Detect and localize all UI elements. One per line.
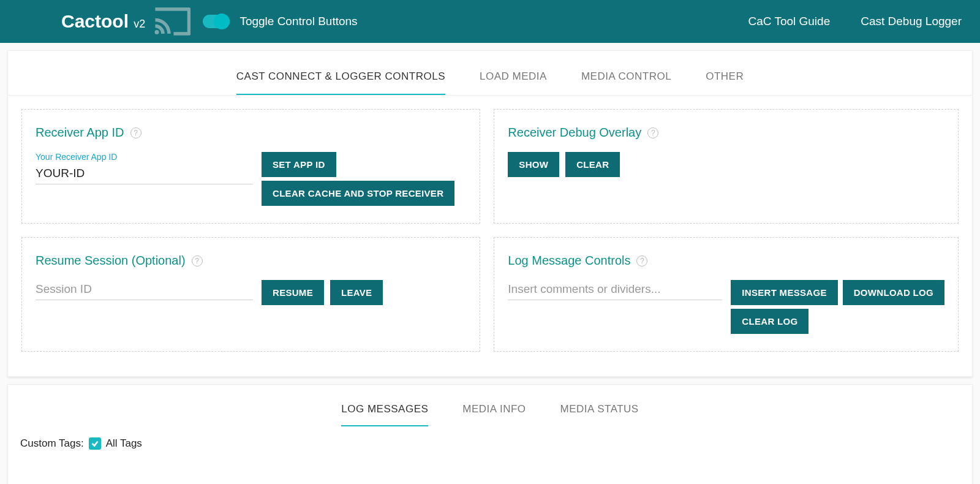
field-label: Your Receiver App ID (36, 152, 253, 162)
field-log-message (508, 280, 722, 300)
insert-message-button[interactable]: INSERT MESSAGE (731, 280, 837, 305)
app-header: Cactool v2 Toggle Control Buttons CaC To… (0, 0, 980, 43)
check-icon (91, 439, 99, 448)
panel-resume-session: Resume Session (Optional) ? RESUME LEAVE (21, 237, 480, 352)
set-app-id-button[interactable]: SET APP ID (262, 152, 336, 177)
panel-title-text: Receiver App ID (36, 126, 124, 140)
clear-overlay-button[interactable]: CLEAR (565, 152, 620, 177)
all-tags-label: All Tags (106, 437, 142, 450)
help-icon[interactable]: ? (130, 127, 141, 138)
custom-tags-label: Custom Tags: (20, 437, 84, 450)
toggle-label: Toggle Control Buttons (239, 15, 357, 28)
resume-button[interactable]: RESUME (262, 280, 324, 305)
leave-button[interactable]: LEAVE (330, 280, 383, 305)
field-session-id (36, 280, 253, 300)
tab-cast-connect[interactable]: CAST CONNECT & LOGGER CONTROLS (236, 51, 445, 95)
panel-receiver-debug-overlay: Receiver Debug Overlay ? SHOW CLEAR (494, 109, 959, 224)
custom-tags-row: Custom Tags: All Tags (8, 426, 972, 450)
link-cac-tool-guide[interactable]: CaC Tool Guide (748, 15, 830, 28)
panel-title-text: Log Message Controls (508, 254, 630, 268)
sub-tabs: LOG MESSAGES MEDIA INFO MEDIA STATUS (8, 385, 972, 426)
toggle-control-buttons[interactable] (203, 15, 230, 28)
svg-point-0 (155, 30, 159, 34)
log-card: LOG MESSAGES MEDIA INFO MEDIA STATUS Cus… (7, 384, 973, 484)
help-icon[interactable]: ? (192, 255, 203, 267)
input-receiver-app-id[interactable] (36, 164, 253, 184)
cast-icon (154, 7, 190, 36)
tab-media-status[interactable]: MEDIA STATUS (560, 385, 639, 426)
help-icon[interactable]: ? (647, 127, 658, 138)
panel-title-text: Receiver Debug Overlay (508, 126, 641, 140)
panel-log-message-controls: Log Message Controls ? INSERT MESSAGE DO… (494, 237, 959, 352)
panel-title: Resume Session (Optional) ? (36, 254, 466, 268)
toggle-control-buttons-wrap: Toggle Control Buttons (203, 15, 357, 28)
clear-cache-stop-receiver-button[interactable]: CLEAR CACHE AND STOP RECEIVER (262, 181, 454, 206)
panel-title: Receiver App ID ? (36, 126, 466, 140)
tab-media-control[interactable]: MEDIA CONTROL (581, 51, 671, 95)
panels-grid: Receiver App ID ? Your Receiver App ID S… (8, 96, 972, 365)
tab-load-media[interactable]: LOAD MEDIA (480, 51, 547, 95)
panel-receiver-app-id: Receiver App ID ? Your Receiver App ID S… (21, 109, 480, 224)
link-cast-debug-logger[interactable]: Cast Debug Logger (861, 15, 962, 28)
brand-title: Cactool v2 (61, 11, 145, 32)
controls-card: CAST CONNECT & LOGGER CONTROLS LOAD MEDI… (7, 50, 973, 377)
show-overlay-button[interactable]: SHOW (508, 152, 559, 177)
panel-title: Receiver Debug Overlay ? (508, 126, 944, 140)
tab-other[interactable]: OTHER (706, 51, 744, 95)
panel-title: Log Message Controls ? (508, 254, 944, 268)
help-icon[interactable]: ? (636, 255, 647, 267)
input-session-id[interactable] (36, 280, 253, 300)
field-receiver-app-id: Your Receiver App ID (36, 152, 253, 184)
input-log-message[interactable] (508, 280, 722, 300)
panel-title-text: Resume Session (Optional) (36, 254, 186, 268)
brand-version: v2 (134, 18, 145, 30)
checkbox-all-tags[interactable] (89, 437, 101, 450)
brand-name: Cactool (61, 11, 129, 31)
clear-log-button[interactable]: CLEAR LOG (731, 309, 809, 334)
main-tabs: CAST CONNECT & LOGGER CONTROLS LOAD MEDI… (8, 51, 972, 96)
tab-log-messages[interactable]: LOG MESSAGES (341, 385, 428, 426)
download-log-button[interactable]: DOWNLOAD LOG (843, 280, 944, 305)
tab-media-info[interactable]: MEDIA INFO (462, 385, 526, 426)
